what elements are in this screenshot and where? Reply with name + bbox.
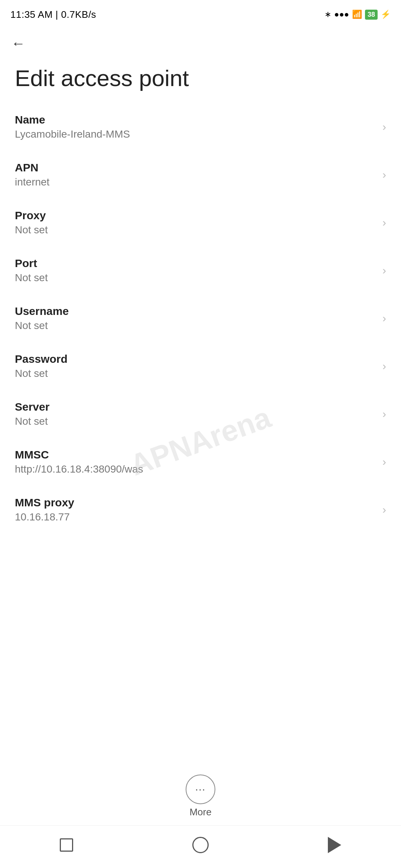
settings-value-password: Not set bbox=[15, 368, 379, 379]
status-time: 11:35 AM | 0.7KB/s bbox=[10, 9, 96, 20]
home-button[interactable] bbox=[189, 833, 212, 857]
settings-item-username-content: Username Not set bbox=[15, 305, 379, 332]
settings-item-mms-proxy-content: MMS proxy 10.16.18.77 bbox=[15, 496, 379, 523]
home-icon bbox=[192, 837, 209, 853]
content-wrapper: APNArena Edit access point Name Lycamobi… bbox=[0, 57, 401, 825]
settings-item-port-content: Port Not set bbox=[15, 257, 379, 284]
more-area: ⋯ More bbox=[0, 763, 401, 825]
back-nav-button[interactable] bbox=[324, 833, 345, 857]
settings-label-port: Port bbox=[15, 257, 379, 270]
page-title: Edit access point bbox=[0, 57, 401, 103]
recent-apps-icon bbox=[60, 838, 73, 852]
chevron-right-icon-mms-proxy: › bbox=[382, 503, 386, 516]
settings-label-proxy: Proxy bbox=[15, 209, 379, 222]
settings-item-mms-proxy[interactable]: MMS proxy 10.16.18.77 › bbox=[0, 486, 401, 534]
status-icons: ∗ ●●● 📶 38 ⚡ bbox=[325, 10, 391, 20]
settings-label-mmsc: MMSC bbox=[15, 448, 379, 461]
settings-list: Name Lycamobile-Ireland-MMS › APN intern… bbox=[0, 103, 401, 763]
settings-item-server-content: Server Not set bbox=[15, 401, 379, 427]
settings-label-apn: APN bbox=[15, 161, 379, 174]
settings-item-proxy[interactable]: Proxy Not set › bbox=[0, 199, 401, 247]
chevron-right-icon-port: › bbox=[382, 264, 386, 277]
settings-item-password-content: Password Not set bbox=[15, 353, 379, 379]
settings-label-password: Password bbox=[15, 353, 379, 365]
more-button[interactable]: ⋯ bbox=[186, 775, 215, 804]
settings-item-apn[interactable]: APN internet › bbox=[0, 151, 401, 199]
settings-label-server: Server bbox=[15, 401, 379, 413]
settings-item-proxy-content: Proxy Not set bbox=[15, 209, 379, 236]
signal-icon: ●●● bbox=[334, 10, 349, 19]
recent-apps-button[interactable] bbox=[56, 835, 77, 855]
chevron-right-icon-apn: › bbox=[382, 168, 386, 181]
bluetooth-icon: ∗ bbox=[325, 10, 331, 19]
chevron-right-icon-password: › bbox=[382, 360, 386, 372]
battery-indicator: 38 bbox=[365, 10, 378, 20]
settings-value-port: Not set bbox=[15, 272, 379, 284]
settings-item-name-content: Name Lycamobile-Ireland-MMS bbox=[15, 114, 379, 140]
settings-item-mmsc[interactable]: MMSC http://10.16.18.4:38090/was › bbox=[0, 438, 401, 486]
settings-label-name: Name bbox=[15, 114, 379, 126]
chevron-right-icon-username: › bbox=[382, 312, 386, 325]
settings-value-server: Not set bbox=[15, 415, 379, 427]
settings-value-proxy: Not set bbox=[15, 224, 379, 236]
more-dots-icon: ⋯ bbox=[195, 783, 206, 796]
more-label: More bbox=[189, 806, 211, 818]
wifi-icon: 📶 bbox=[352, 10, 362, 19]
settings-value-name: Lycamobile-Ireland-MMS bbox=[15, 128, 379, 140]
back-nav-icon bbox=[328, 837, 341, 853]
settings-value-username: Not set bbox=[15, 320, 379, 332]
status-bar: 11:35 AM | 0.7KB/s ∗ ●●● 📶 38 ⚡ bbox=[0, 0, 401, 26]
back-button[interactable]: ← bbox=[11, 33, 25, 53]
settings-label-mms-proxy: MMS proxy bbox=[15, 496, 379, 509]
chevron-right-icon-name: › bbox=[382, 121, 386, 133]
charging-icon: ⚡ bbox=[381, 10, 391, 19]
settings-item-mmsc-content: MMSC http://10.16.18.4:38090/was bbox=[15, 448, 379, 475]
back-arrow-icon: ← bbox=[11, 36, 25, 50]
settings-item-username[interactable]: Username Not set › bbox=[0, 295, 401, 342]
toolbar: ← bbox=[0, 26, 401, 57]
nav-bar bbox=[0, 825, 401, 868]
settings-value-apn: internet bbox=[15, 176, 379, 188]
settings-item-name[interactable]: Name Lycamobile-Ireland-MMS › bbox=[0, 103, 401, 151]
settings-item-apn-content: APN internet bbox=[15, 161, 379, 188]
settings-item-server[interactable]: Server Not set › bbox=[0, 390, 401, 438]
settings-value-mmsc: http://10.16.18.4:38090/was bbox=[15, 463, 379, 475]
settings-value-mms-proxy: 10.16.18.77 bbox=[15, 511, 379, 523]
chevron-right-icon-server: › bbox=[382, 408, 386, 420]
chevron-right-icon-mmsc: › bbox=[382, 456, 386, 468]
chevron-right-icon-proxy: › bbox=[382, 216, 386, 229]
settings-label-username: Username bbox=[15, 305, 379, 318]
settings-item-port[interactable]: Port Not set › bbox=[0, 247, 401, 295]
settings-item-password[interactable]: Password Not set › bbox=[0, 342, 401, 390]
